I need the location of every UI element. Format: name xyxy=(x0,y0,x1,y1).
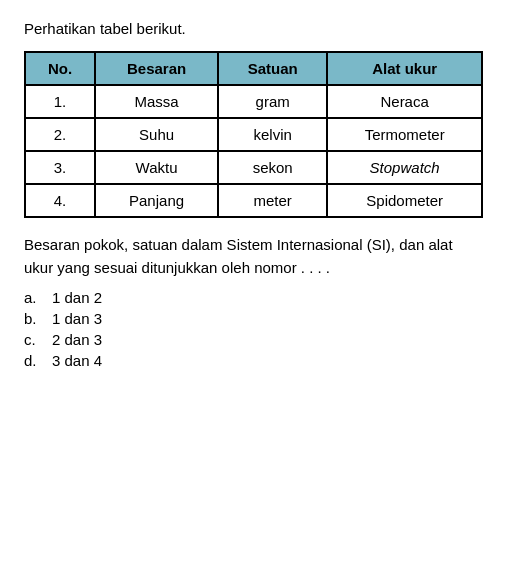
cell-satuan: kelvin xyxy=(218,118,327,151)
header-alat-ukur: Alat ukur xyxy=(327,52,482,85)
cell-besaran: Panjang xyxy=(95,184,218,217)
cell-besaran: Suhu xyxy=(95,118,218,151)
data-table: No. Besaran Satuan Alat ukur 1.Massagram… xyxy=(24,51,483,218)
cell-besaran: Massa xyxy=(95,85,218,118)
header-satuan: Satuan xyxy=(218,52,327,85)
option-value: 1 dan 2 xyxy=(52,289,102,306)
option-label: a. xyxy=(24,289,52,306)
cell-alat-ukur: Neraca xyxy=(327,85,482,118)
option-value: 2 dan 3 xyxy=(52,331,102,348)
option-label: b. xyxy=(24,310,52,327)
cell-satuan: sekon xyxy=(218,151,327,184)
cell-no: 2. xyxy=(25,118,95,151)
header-besaran: Besaran xyxy=(95,52,218,85)
table-row: 3.WaktusekonStopwatch xyxy=(25,151,482,184)
table-row: 4.PanjangmeterSpidometer xyxy=(25,184,482,217)
option-value: 3 dan 4 xyxy=(52,352,102,369)
table-row: 1.MassagramNeraca xyxy=(25,85,482,118)
header-no: No. xyxy=(25,52,95,85)
option-value: 1 dan 3 xyxy=(52,310,102,327)
cell-satuan: meter xyxy=(218,184,327,217)
question-text: Besaran pokok, satuan dalam Sistem Inter… xyxy=(24,234,483,279)
options-list: a.1 dan 2b.1 dan 3c.2 dan 3d.3 dan 4 xyxy=(24,289,483,369)
cell-alat-ukur: Termometer xyxy=(327,118,482,151)
list-item: a.1 dan 2 xyxy=(24,289,483,306)
table-row: 2.SuhukelvinTermometer xyxy=(25,118,482,151)
cell-no: 3. xyxy=(25,151,95,184)
table-header-row: No. Besaran Satuan Alat ukur xyxy=(25,52,482,85)
option-label: c. xyxy=(24,331,52,348)
cell-no: 4. xyxy=(25,184,95,217)
list-item: c.2 dan 3 xyxy=(24,331,483,348)
cell-alat-ukur: Spidometer xyxy=(327,184,482,217)
cell-no: 1. xyxy=(25,85,95,118)
option-label: d. xyxy=(24,352,52,369)
cell-alat-ukur: Stopwatch xyxy=(327,151,482,184)
list-item: d.3 dan 4 xyxy=(24,352,483,369)
list-item: b.1 dan 3 xyxy=(24,310,483,327)
cell-besaran: Waktu xyxy=(95,151,218,184)
cell-satuan: gram xyxy=(218,85,327,118)
intro-text: Perhatikan tabel berikut. xyxy=(24,20,483,37)
